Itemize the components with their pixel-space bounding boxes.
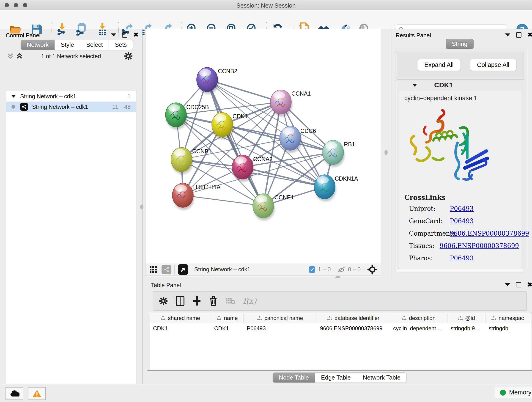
panel-menu-icon[interactable] <box>505 33 510 36</box>
warnings-button[interactable] <box>28 387 46 400</box>
results-scrollbar-track[interactable] <box>397 269 524 272</box>
network-node-cdc25b[interactable]: CDC25B <box>165 103 209 129</box>
column-header-description[interactable]: description <box>390 313 447 323</box>
crosslink-link[interactable]: 9606.ENSP00000378699 <box>450 230 529 237</box>
network-options-gear-icon[interactable] <box>124 51 133 61</box>
results-panel-title: Results Panel <box>396 32 431 39</box>
selected-checkbox-icon[interactable] <box>309 266 315 273</box>
column-header--id[interactable]: @id <box>447 313 486 323</box>
column-header-name[interactable]: name <box>211 313 244 323</box>
close-panel-icon[interactable]: ✖ <box>527 33 532 37</box>
memory-button[interactable]: Memory <box>494 387 532 398</box>
crosslink-label: Pharos: <box>409 255 450 262</box>
table-body: CDK1CDK1P064939606.ENSP00000378699cyclin… <box>150 323 531 332</box>
column-header-shared-name[interactable]: shared name <box>150 313 211 323</box>
gene-name: CDK1 <box>434 81 453 89</box>
network-node-cdkn1a[interactable]: CDKN1A <box>314 175 358 201</box>
crosslinks-title: CrossLinks <box>404 194 445 201</box>
table-cell[interactable]: P06493 <box>244 323 317 332</box>
float-panel-icon[interactable] <box>516 32 521 38</box>
node-label: CDC6 <box>300 128 316 134</box>
network-node-hist1h1a[interactable]: HIST1H1A <box>172 183 221 210</box>
network-node-ccna1[interactable]: CCNA1 <box>270 90 311 117</box>
crosslink-link[interactable]: P06493 <box>450 255 474 262</box>
table-cell[interactable]: CDK1 <box>150 323 211 332</box>
float-panel-icon[interactable] <box>122 32 127 38</box>
table-panel-title: Table Panel <box>151 282 181 288</box>
clear-table-icon[interactable] <box>225 297 235 305</box>
network-status-bar: String Network – cdk1 1 – 0 0 – 0 <box>145 263 381 276</box>
crosslink-link[interactable]: P06493 <box>450 205 474 212</box>
table-cell[interactable]: 9606.ENSP00000378699 <box>317 323 390 332</box>
tab-network[interactable]: Network <box>21 40 55 50</box>
tab-string[interactable]: String <box>446 39 474 49</box>
show-columns-icon[interactable] <box>176 296 184 306</box>
fit-selected-crosshair-icon[interactable] <box>367 264 377 274</box>
gene-collapse-icon[interactable] <box>412 84 417 87</box>
crosslink-link[interactable]: P06493 <box>450 217 474 225</box>
share-view-icon[interactable] <box>162 265 171 274</box>
warning-icon <box>32 389 42 398</box>
collection-expand-icon[interactable] <box>12 95 16 97</box>
close-panel-icon[interactable]: ✖ <box>133 33 139 37</box>
close-panel-icon[interactable]: ✖ <box>527 283 532 287</box>
cloud-status-button[interactable] <box>6 387 23 400</box>
table-cell[interactable]: cyclin–dependent ... <box>390 323 447 332</box>
table-row[interactable]: CDK1CDK1P064939606.ENSP00000378699cyclin… <box>150 323 531 332</box>
crosslink-link[interactable]: 9606.ENSP00000378699 <box>440 242 519 249</box>
panel-menu-icon[interactable] <box>111 33 116 36</box>
network-edge[interactable] <box>183 195 263 206</box>
node-label: CDK1 <box>233 113 248 119</box>
float-panel-icon[interactable] <box>516 282 521 287</box>
column-header-namespac[interactable]: namespac <box>486 313 530 323</box>
attribute-icon <box>458 316 463 320</box>
network-node-count: 11 <box>112 104 118 110</box>
tab-style[interactable]: Style <box>55 40 80 50</box>
collapse-all-button[interactable]: Collapse All <box>470 59 516 71</box>
node-label: CCNE1 <box>274 194 294 201</box>
attribute-icon <box>327 316 332 320</box>
table-settings-gear-icon[interactable] <box>159 296 168 306</box>
network-node-ccna2[interactable]: CCNA2 <box>232 155 273 182</box>
tab-node-table[interactable]: Node Table <box>273 373 315 383</box>
grid-view-icon[interactable] <box>149 265 157 274</box>
table-cell[interactable]: CDK1 <box>211 323 244 332</box>
table-cell[interactable]: stringdb <box>486 323 530 332</box>
attribute-icon <box>402 316 407 320</box>
expand-all-button[interactable]: Expand All <box>417 59 461 71</box>
memory-label: Memory <box>509 389 532 396</box>
tab-sets[interactable]: Sets <box>109 40 133 50</box>
birdseye-view-icon[interactable] <box>178 264 188 275</box>
tab-edge-table[interactable]: Edge Table <box>315 373 357 383</box>
apply-function-icon[interactable]: f(x) <box>243 296 256 306</box>
network-node-rb1[interactable]: RB1 <box>323 140 355 167</box>
hidden-items-icon[interactable] <box>337 266 346 273</box>
column-header-canonical-name[interactable]: canonical name <box>244 313 317 323</box>
network-canvas[interactable]: CCNB2CCNA1CDC25BCDK1CDC6RB1CCNB1CCNA2CDK… <box>145 29 381 263</box>
network-edge-count: 48 <box>124 104 131 110</box>
results-buttons-box: Expand All Collapse All <box>397 52 524 78</box>
network-row[interactable]: String Network – cdk1 11 48 <box>6 102 136 112</box>
delete-column-icon[interactable] <box>209 296 217 306</box>
panel-menu-icon[interactable] <box>505 283 510 286</box>
network-collection-row[interactable]: String Network – cdk1 1 <box>6 91 136 102</box>
right-splitter-handle[interactable] <box>385 150 388 155</box>
collapse-all-networks-icon[interactable] <box>7 52 14 60</box>
expand-all-networks-icon[interactable] <box>16 52 23 60</box>
crosslink-row: Pharos:P06493 <box>409 255 519 262</box>
attribute-icon <box>161 316 166 320</box>
window-titlebar: Session: New Session <box>0 0 532 10</box>
network-selection-summary: 1 of 1 Network selected <box>27 53 114 60</box>
network-graph[interactable]: CCNB2CCNA1CDC25BCDK1CDC6RB1CCNB1CCNA2CDK… <box>146 29 381 263</box>
crosslink-label: GeneCard: <box>409 217 450 225</box>
network-node-cdk1[interactable]: CDK1 <box>212 113 248 139</box>
attribute-icon <box>491 316 496 320</box>
selected-node-edge-counts: 1 – 0 <box>318 266 331 273</box>
tab-network-table[interactable]: Network Table <box>357 373 406 383</box>
network-node-ccnb2[interactable]: CCNB2 <box>196 67 237 94</box>
column-header-database-identifier[interactable]: database identifier <box>317 313 390 323</box>
left-splitter-handle[interactable] <box>140 204 143 210</box>
table-cell[interactable]: stringdb:9... <box>447 323 486 332</box>
add-column-icon[interactable] <box>192 296 201 306</box>
tab-select[interactable]: Select <box>80 40 109 50</box>
